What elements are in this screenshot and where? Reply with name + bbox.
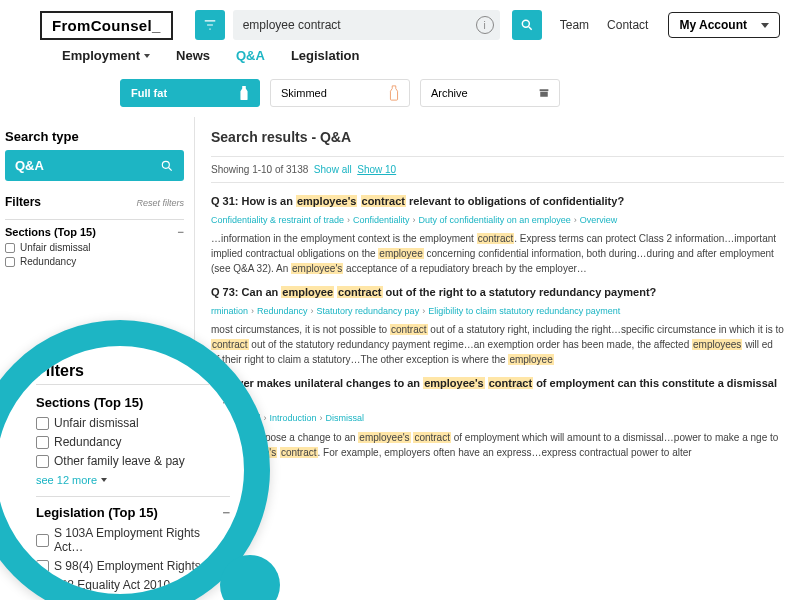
filters-heading: Filters bbox=[5, 195, 41, 209]
tab-label: Skimmed bbox=[281, 87, 327, 99]
reset-filters[interactable]: Reset filters bbox=[136, 198, 184, 208]
search-type-qa[interactable]: Q&A bbox=[5, 150, 184, 181]
nav-news[interactable]: News bbox=[176, 48, 210, 63]
nav-legislation[interactable]: Legislation bbox=[291, 48, 360, 63]
svg-point-3 bbox=[162, 161, 169, 168]
filter-checkbox[interactable]: S 98(4) Employment Rights Ac bbox=[36, 559, 230, 573]
show-all[interactable]: Show all bbox=[314, 164, 352, 175]
results-panel: Search results - Q&A Showing 1-10 of 313… bbox=[195, 117, 800, 597]
search-button[interactable] bbox=[512, 10, 542, 40]
tab-label: Full fat bbox=[131, 87, 167, 99]
result-question[interactable]: Q 73: Can an employee contract out of th… bbox=[211, 284, 784, 301]
breadcrumb[interactable]: air dismissal›Introduction›Dismissal bbox=[211, 412, 784, 426]
contact-link[interactable]: Contact bbox=[607, 18, 648, 32]
result-question[interactable]: Q 31: How is an employee's contract rele… bbox=[211, 193, 784, 210]
tab-skimmed[interactable]: Skimmed bbox=[270, 79, 410, 107]
account-label: My Account bbox=[679, 18, 747, 32]
filter-checkbox[interactable]: 108 Equality Act 2010 bbox=[36, 578, 230, 592]
chevron-down-icon bbox=[761, 23, 769, 28]
collapse-icon[interactable]: − bbox=[222, 395, 230, 410]
svg-rect-1 bbox=[540, 89, 549, 91]
breadcrumb[interactable]: rmination›Redundancy›Statutory redundanc… bbox=[211, 305, 784, 319]
svg-rect-2 bbox=[540, 92, 548, 97]
filter-button[interactable] bbox=[195, 10, 225, 40]
filter-checkbox[interactable]: Redundancy bbox=[36, 435, 230, 449]
result-snippet: n seek to impose a change to an employee… bbox=[211, 430, 784, 460]
collapse-icon[interactable]: − bbox=[178, 226, 184, 238]
team-link[interactable]: Team bbox=[560, 18, 589, 32]
search-type-heading: Search type bbox=[5, 129, 184, 144]
result-question[interactable]: mployer makes unilateral changes to an e… bbox=[211, 375, 784, 408]
show-10[interactable]: Show 10 bbox=[357, 164, 396, 175]
result-snippet: most circumstances, it is not possible t… bbox=[211, 322, 784, 367]
chevron-down-icon bbox=[101, 478, 107, 482]
info-icon[interactable]: i bbox=[476, 16, 494, 34]
sections-heading: Sections (Top 15) bbox=[36, 395, 143, 410]
filter-checkbox[interactable]: S 103A Employment Rights Act… bbox=[36, 526, 230, 554]
legislation-heading: Legislation (Top 15) bbox=[36, 505, 158, 520]
chevron-down-icon bbox=[144, 54, 150, 58]
archive-icon bbox=[539, 85, 549, 101]
bottle-icon bbox=[239, 85, 249, 101]
filters-heading: Filters bbox=[36, 362, 84, 380]
tab-label: Archive bbox=[431, 87, 468, 99]
sections-heading: Sections (Top 15) bbox=[5, 226, 96, 238]
filter-checkbox[interactable]: Unfair dismissal bbox=[5, 242, 184, 253]
result-snippet: …information in the employment context i… bbox=[211, 231, 784, 276]
search-input-wrap: i bbox=[233, 10, 500, 40]
results-title: Search results - Q&A bbox=[211, 127, 784, 148]
nav-employment[interactable]: Employment bbox=[62, 48, 150, 63]
filter-checkbox[interactable]: Other family leave & pay bbox=[36, 454, 230, 468]
tab-archive[interactable]: Archive bbox=[420, 79, 560, 107]
logo[interactable]: FromCounsel_ bbox=[40, 11, 173, 40]
breadcrumb[interactable]: Confidentiality & restraint of trade›Con… bbox=[211, 214, 784, 228]
search-input[interactable] bbox=[243, 18, 470, 32]
results-count: Showing 1-10 of 3138 Show all Show 10 bbox=[211, 156, 784, 183]
filter-checkbox[interactable]: Redundancy bbox=[5, 256, 184, 267]
bottle-icon bbox=[389, 85, 399, 101]
tab-fullfat[interactable]: Full fat bbox=[120, 79, 260, 107]
collapse-icon[interactable]: − bbox=[222, 505, 230, 520]
svg-point-0 bbox=[522, 20, 529, 27]
account-dropdown[interactable]: My Account bbox=[668, 12, 780, 38]
see-more[interactable]: see 12 more bbox=[36, 474, 230, 486]
filter-checkbox[interactable]: Unfair dismissal bbox=[36, 416, 230, 430]
search-icon bbox=[160, 159, 174, 173]
nav-qa[interactable]: Q&A bbox=[236, 48, 265, 63]
reset-filters[interactable]: Res bbox=[210, 366, 230, 378]
